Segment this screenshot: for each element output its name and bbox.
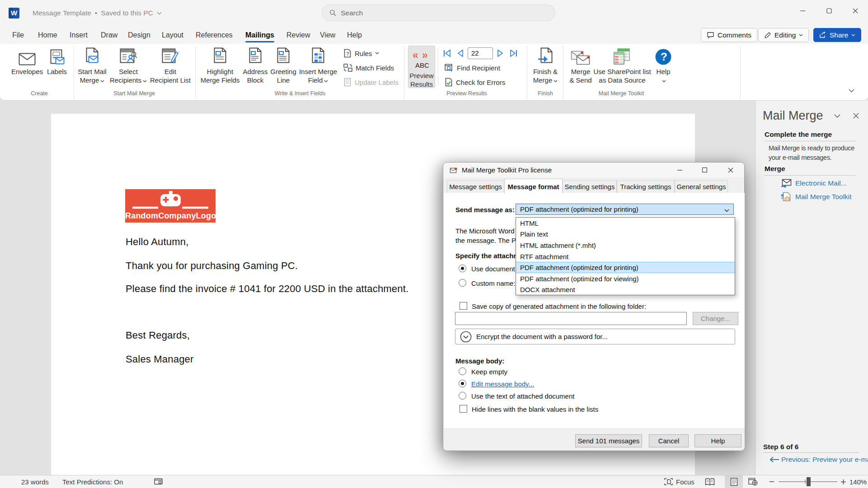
rules-button[interactable]: ? Rules	[343, 47, 379, 59]
finish-merge-button[interactable]: Finish &Merge	[530, 46, 561, 88]
record-number-input[interactable]: 22	[468, 47, 493, 59]
text-predictions[interactable]: Text Predictions: On	[62, 475, 123, 488]
pane-chevron-down-icon[interactable]	[834, 114, 840, 118]
share-button[interactable]: Share	[813, 28, 861, 42]
last-record-button[interactable]	[510, 49, 517, 57]
preview-results-button[interactable]: «»ABC PreviewResults	[408, 46, 435, 88]
find-recipient-button[interactable]: Find Recipient	[445, 62, 500, 74]
pane-close-icon[interactable]	[853, 113, 859, 119]
print-layout-button[interactable]	[725, 475, 743, 488]
insert-merge-field-button[interactable]: Insert MergeField	[298, 46, 338, 88]
send-message-as-select[interactable]: PDF attachment (optimized for printing)	[516, 204, 734, 215]
option-docx-attachment[interactable]: DOCX attachment	[516, 284, 735, 296]
message-body-label: Message body:	[455, 357, 504, 365]
tab-insert[interactable]: Insert	[69, 26, 89, 44]
envelopes-button[interactable]: Envelopes	[11, 46, 43, 88]
use-document-name-radio[interactable]	[459, 265, 466, 272]
find-recipient-icon	[445, 64, 454, 72]
svg-text:?: ?	[661, 51, 667, 63]
hide-blank-lines-checkbox[interactable]	[460, 405, 467, 413]
group-label-create: Create	[31, 90, 48, 97]
tab-message-settings[interactable]: Message settings	[447, 180, 504, 193]
tab-layout[interactable]: Layout	[161, 26, 184, 44]
option-plain-text[interactable]: Plain text	[516, 229, 735, 240]
dialog-minimize-button[interactable]	[670, 163, 690, 177]
keep-empty-radio[interactable]	[459, 367, 466, 375]
editing-button[interactable]: Editing	[758, 28, 809, 42]
send-message-as-options: HTML Plain text HTML attachment (*.mht) …	[516, 217, 735, 295]
select-recipients-button[interactable]: SelectRecipients	[110, 46, 147, 88]
tab-sending-settings[interactable]: Sending settings	[563, 180, 617, 193]
labels-button[interactable]: Labels	[44, 46, 70, 88]
paragraph-closing[interactable]: Best Regards,	[126, 330, 190, 341]
sharepoint-list-button[interactable]: Use SharePoint listas Data Source	[593, 46, 652, 88]
edit-recipient-list-button[interactable]: EditRecipient List	[149, 46, 192, 88]
edit-message-body-link[interactable]: Edit message body...	[471, 380, 534, 388]
save-copy-checkbox[interactable]	[460, 302, 467, 310]
greeting-line-button[interactable]: GreetingLine	[269, 46, 297, 88]
tab-message-format[interactable]: Message format	[504, 179, 563, 194]
paragraph-thanks[interactable]: Thank you for purchasing Gaming PC.	[126, 260, 298, 272]
change-folder-button[interactable]: Change...	[693, 312, 738, 325]
zoom-in-button[interactable]	[840, 475, 846, 488]
tab-review[interactable]: Review	[286, 26, 311, 44]
update-labels-button[interactable]: Update Labels	[343, 76, 399, 88]
option-pdf-viewing[interactable]: PDF attachment (optimized for viewing)	[516, 273, 735, 284]
tab-draw[interactable]: Draw	[100, 26, 118, 44]
comments-button[interactable]: Comments	[701, 28, 757, 42]
tab-view[interactable]: View	[319, 26, 336, 44]
tab-home[interactable]: Home	[37, 26, 58, 44]
next-record-button[interactable]	[497, 49, 503, 57]
tab-references[interactable]: References	[195, 26, 234, 44]
help-button[interactable]: ? Help	[652, 46, 675, 88]
word-count[interactable]: 23 words	[21, 475, 49, 488]
zoom-slider[interactable]	[778, 475, 838, 488]
collapse-ribbon-icon[interactable]	[849, 89, 854, 93]
folder-path-input[interactable]	[455, 312, 687, 325]
help-dialog-button[interactable]: Help	[694, 434, 741, 447]
tab-tracking-settings[interactable]: Tracking settings	[617, 180, 675, 193]
display-settings-icon[interactable]	[154, 475, 164, 488]
minimize-button[interactable]	[790, 0, 816, 22]
paragraph-invoice[interactable]: Please find the invoice # 1041 for 2200 …	[126, 283, 408, 295]
word-app-icon[interactable]: W	[9, 8, 19, 19]
close-button[interactable]	[842, 0, 868, 22]
encrypt-section[interactable]: Encrypt the document with a password for…	[455, 329, 735, 344]
option-html-attachment[interactable]: HTML attachment (*.mht)	[516, 240, 735, 251]
maximize-button[interactable]	[816, 0, 842, 22]
match-fields-button[interactable]: Match Fields	[343, 62, 394, 74]
search-box[interactable]: Search	[322, 5, 555, 21]
document-title[interactable]: Message Template • Saved to this PC	[33, 9, 162, 17]
zoom-out-button[interactable]	[769, 475, 774, 488]
use-attached-text-radio[interactable]	[459, 392, 466, 400]
paragraph-greeting[interactable]: Hello Autumn,	[126, 236, 189, 248]
tab-help[interactable]: Help	[346, 26, 363, 44]
edit-message-body-radio[interactable]	[459, 380, 466, 387]
start-mail-merge-button[interactable]: Start MailMerge	[76, 46, 108, 88]
highlight-merge-fields-button[interactable]: HighlightMerge Fields	[199, 46, 241, 88]
title-separator: •	[95, 9, 97, 17]
option-rtf-attachment[interactable]: RTF attachment	[516, 251, 735, 262]
address-block-button[interactable]: AddressBlock	[242, 46, 268, 88]
mail-merge-pane: Mail Merge Complete the merge Mail Merge…	[755, 101, 868, 475]
option-html[interactable]: HTML	[516, 218, 735, 229]
send-messages-button[interactable]: Send 101 messages	[575, 434, 642, 447]
web-layout-button[interactable]	[748, 475, 758, 488]
check-for-errors-button[interactable]: Check for Errors	[445, 76, 505, 88]
paragraph-signature[interactable]: Sales Manager	[126, 353, 194, 365]
option-pdf-printing[interactable]: PDF attachment (optimized for printing)	[516, 262, 735, 273]
tab-file[interactable]: File	[11, 26, 25, 44]
tab-mailings[interactable]: Mailings	[244, 26, 275, 44]
cancel-button[interactable]: Cancel	[649, 434, 689, 447]
first-record-button[interactable]	[443, 49, 451, 57]
zoom-percentage[interactable]: 140%	[849, 475, 867, 488]
tab-general-settings[interactable]: General settings	[675, 180, 728, 193]
merge-and-send-button[interactable]: Merge& Send	[565, 46, 596, 88]
dialog-close-button[interactable]	[721, 163, 741, 177]
read-mode-button[interactable]	[705, 475, 715, 488]
previous-record-button[interactable]	[457, 49, 464, 57]
focus-button[interactable]: Focus	[664, 475, 694, 488]
dialog-maximize-button[interactable]	[694, 163, 714, 177]
tab-design[interactable]: Design	[127, 26, 151, 44]
custom-name-radio[interactable]	[459, 279, 466, 287]
